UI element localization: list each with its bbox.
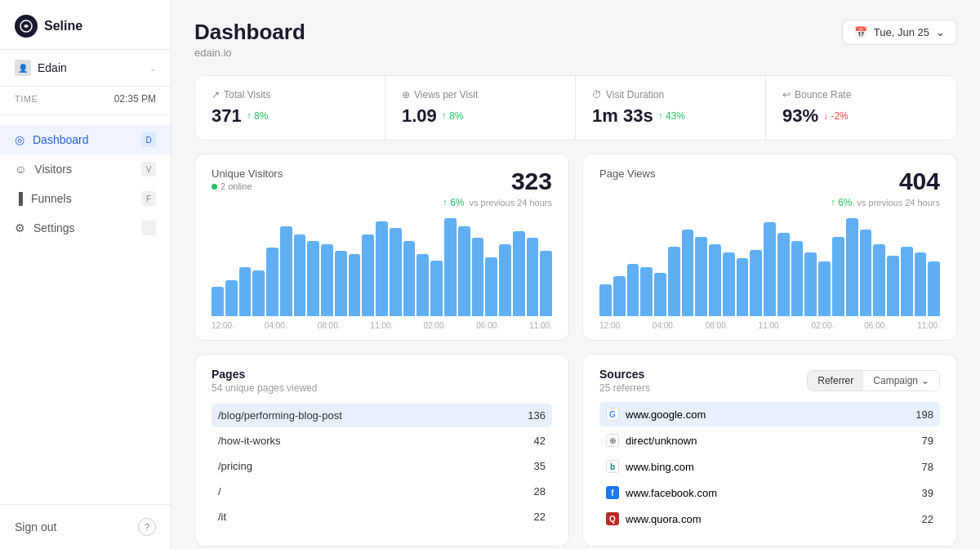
bar (349, 254, 361, 316)
bar (737, 258, 749, 316)
table-row: /how-it-works 42 (212, 429, 552, 453)
bar (818, 261, 831, 316)
bar (444, 218, 457, 316)
sidebar: Seline 👤 Edain ⌄ TIME 02:35 PM ◎ Dashboa… (0, 0, 172, 549)
bar (458, 226, 470, 316)
user-avatar: 👤 (15, 60, 31, 76)
table-row: / 28 (212, 480, 552, 503)
pages-title: Pages (212, 368, 552, 381)
sources-title: Sources (599, 368, 650, 381)
sidebar-nav: ◎ Dashboard D ☺ Visitors V ▐ Funnels F ⚙… (0, 115, 171, 504)
bar (901, 247, 913, 316)
sidebar-logo: Seline (0, 0, 171, 50)
page-views-value: 404 (831, 167, 940, 195)
page-title: Dashboard (194, 20, 305, 45)
source-row: Q www.quora.com 22 (599, 507, 940, 531)
time-value: 02:35 PM (114, 93, 156, 105)
table-row: /it 22 (212, 505, 552, 529)
keyboard-shortcut: D (141, 132, 156, 147)
sidebar-item-visitors[interactable]: ☺ Visitors V (0, 154, 171, 184)
stats-row: ↗ Total Visits 371 ↑ 8% ⊕ Views per Visi… (194, 75, 957, 141)
calendar-icon: 📅 (854, 26, 867, 38)
unique-visitors-chart (212, 218, 552, 316)
quora-favicon: Q (606, 512, 619, 525)
unique-visitors-badge: ↑ 6% (443, 197, 465, 208)
sidebar-item-label: Funnels (31, 192, 72, 205)
date-label: Tue, Jun 25 (874, 26, 929, 38)
visit-duration-icon: ⏱ (592, 89, 602, 100)
bar (750, 250, 762, 316)
source-row: b www.bing.com 78 (599, 454, 940, 479)
chevron-down-icon: ⌄ (921, 375, 929, 386)
bar (252, 270, 265, 316)
sidebar-item-label: Dashboard (33, 133, 89, 146)
vs-text: vs previous 24 hours (858, 198, 941, 208)
bar (321, 244, 333, 316)
bar (915, 252, 927, 316)
bar (627, 264, 639, 316)
bar (527, 238, 539, 316)
source-tabs: Referrer Campaign ⌄ (807, 370, 940, 391)
facebook-favicon: f (606, 486, 619, 499)
stat-views-per-visit: ⊕ Views per Visit 1.09 ↑ 8% (385, 76, 576, 140)
online-label: 2 online (220, 181, 252, 191)
total-visits-icon: ↗ (212, 89, 220, 100)
page-views-badge: ↑ 6% (831, 197, 853, 208)
sidebar-item-label: Settings (33, 221, 75, 234)
bar (540, 251, 552, 316)
stat-bounce-rate: ↩ Bounce Rate 93% ↓ -2% (766, 76, 956, 140)
page-views-title: Page Views (599, 167, 655, 180)
page-header: Dashboard edain.io 📅 Tue, Jun 25 ⌄ (194, 20, 957, 59)
bar (668, 247, 680, 316)
sources-subtitle: 25 referrers (599, 382, 650, 394)
help-button[interactable]: ? (138, 518, 156, 536)
page-views-card: Page Views 404 ↑ 6% vs previous 24 hours… (582, 154, 957, 341)
page-views-chart (599, 218, 940, 316)
bar (430, 261, 443, 316)
bar (376, 221, 388, 316)
sidebar-item-funnels[interactable]: ▐ Funnels F (0, 184, 171, 213)
settings-icon: ⚙ (15, 221, 25, 234)
user-name: Edain (38, 61, 67, 74)
sidebar-item-dashboard[interactable]: ◎ Dashboard D (0, 125, 171, 154)
logo-icon (15, 15, 38, 38)
chevron-down-icon: ⌄ (936, 26, 945, 38)
pages-card: Pages 54 unique pages viewed /blog/perfo… (194, 354, 569, 547)
online-dot (212, 184, 217, 190)
bar (212, 287, 224, 316)
sources-header: Sources 25 referrers Referrer Campaign ⌄ (599, 368, 940, 394)
bar (709, 244, 721, 316)
source-row: ⊕ direct/unknown 79 (599, 428, 940, 453)
dashboard-icon: ◎ (15, 133, 24, 146)
sidebar-item-settings[interactable]: ⚙ Settings (0, 213, 171, 243)
funnels-icon: ▐ (15, 192, 23, 205)
bar (654, 273, 666, 316)
charts-row: Unique Visitors 2 online 323 ↑ 6% vs pre… (194, 154, 957, 341)
keyboard-shortcut (141, 221, 156, 235)
keyboard-shortcut: V (141, 162, 156, 176)
bar (335, 251, 347, 316)
tab-campaign[interactable]: Campaign ⌄ (863, 371, 939, 391)
logo-text: Seline (44, 19, 82, 33)
source-row: f www.facebook.com 39 (599, 480, 940, 505)
sidebar-item-label: Visitors (34, 163, 72, 176)
source-row: G www.google.com 198 (599, 402, 940, 426)
bar (390, 228, 402, 316)
bar (266, 248, 278, 316)
sidebar-bottom: Sign out ? (0, 504, 171, 549)
tab-referrer[interactable]: Referrer (808, 371, 863, 391)
unique-visitors-title: Unique Visitors (212, 167, 283, 180)
visitors-icon: ☺ (15, 163, 26, 176)
bar (791, 241, 804, 316)
sources-card: Sources 25 referrers Referrer Campaign ⌄… (582, 354, 957, 547)
date-picker-button[interactable]: 📅 Tue, Jun 25 ⌄ (842, 20, 957, 45)
bar (472, 238, 484, 316)
page-subtitle: edain.io (194, 47, 305, 59)
bar (239, 267, 252, 316)
bar (499, 244, 511, 316)
bar (887, 256, 899, 316)
bar (225, 280, 238, 316)
sign-out-button[interactable]: Sign out (15, 520, 56, 533)
direct-favicon: ⊕ (606, 434, 619, 447)
sidebar-user[interactable]: 👤 Edain ⌄ (0, 50, 171, 87)
